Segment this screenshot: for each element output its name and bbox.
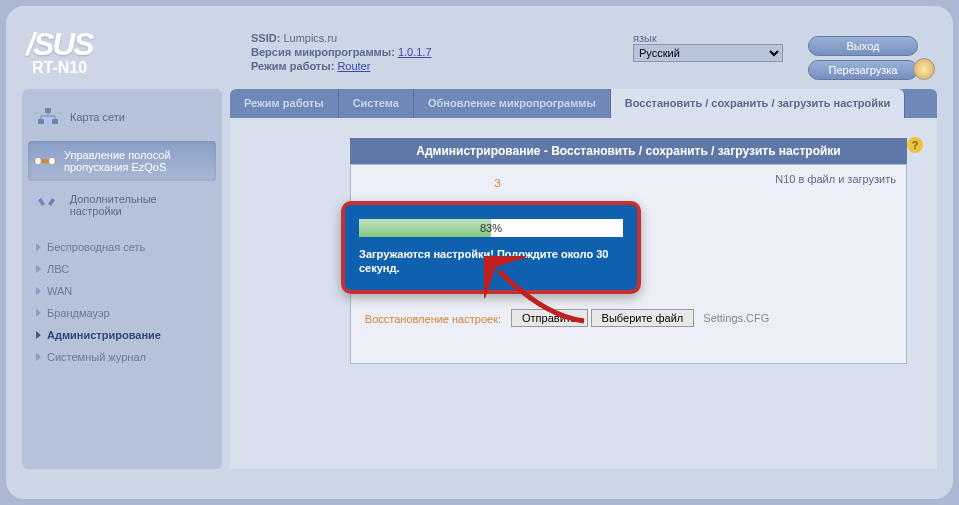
fw-label: Версия микропрограммы: bbox=[251, 46, 395, 58]
logo-area: /SUS RT-N10 bbox=[26, 26, 251, 84]
model-name: RT-N10 bbox=[32, 59, 251, 77]
tab-firmware[interactable]: Обновление микропрограммы bbox=[414, 89, 611, 118]
sidebar: Карта сети Управление полосой пропускани… bbox=[22, 89, 222, 469]
tab-system[interactable]: Система bbox=[339, 89, 414, 118]
sidebar-item-network-map[interactable]: Карта сети bbox=[28, 97, 216, 137]
main-frame: /SUS RT-N10 SSID: Lumpics.ru Версия микр… bbox=[6, 6, 953, 499]
svg-rect-1 bbox=[38, 119, 44, 124]
ssid-value: Lumpics.ru bbox=[283, 32, 337, 44]
svg-rect-0 bbox=[45, 108, 51, 113]
info-area: SSID: Lumpics.ru Версия микропрограммы: … bbox=[251, 26, 933, 84]
sidebar-item-ezqos[interactable]: Управление полосой пропускания EzQoS bbox=[28, 141, 216, 181]
svg-rect-2 bbox=[52, 119, 58, 124]
sidebar-item-advanced[interactable]: Дополнительные настройки bbox=[28, 185, 216, 225]
header: /SUS RT-N10 SSID: Lumpics.ru Версия микр… bbox=[16, 16, 943, 89]
send-button[interactable]: Отправить bbox=[511, 309, 588, 327]
restore-label: Восстановление настроек: bbox=[361, 309, 511, 327]
mascot-icon bbox=[913, 58, 935, 80]
tab-mode[interactable]: Режим работы bbox=[230, 89, 339, 118]
lang-select[interactable]: Русский bbox=[633, 44, 783, 62]
row-label: З bbox=[361, 173, 511, 189]
ssid-label: SSID: bbox=[251, 32, 280, 44]
logo: /SUS bbox=[26, 26, 251, 63]
sidebar-label: Дополнительные настройки bbox=[70, 193, 210, 217]
sidebar-item-wan[interactable]: WAN bbox=[28, 281, 216, 301]
sidebar-item-lan[interactable]: ЛВС bbox=[28, 259, 216, 279]
sidebar-item-firewall[interactable]: Брандмауэр bbox=[28, 303, 216, 323]
sidebar-item-wireless[interactable]: Беспроводная сеть bbox=[28, 237, 216, 257]
choose-file-button[interactable]: Выберите файл bbox=[591, 309, 695, 327]
header-buttons: Выход Перезагрузка bbox=[793, 32, 933, 84]
sidebar-label: Карта сети bbox=[70, 111, 125, 123]
tabs: Режим работы Система Обновление микропро… bbox=[230, 89, 937, 118]
mode-link[interactable]: Router bbox=[337, 60, 370, 72]
svg-point-4 bbox=[35, 158, 41, 164]
sidebar-label: Управление полосой пропускания EzQoS bbox=[64, 149, 210, 173]
svg-point-5 bbox=[49, 158, 55, 164]
fw-link[interactable]: 1.0.1.7 bbox=[398, 46, 432, 58]
panel-title: Администрирование - Восстановить / сохра… bbox=[350, 138, 907, 164]
reboot-button[interactable]: Перезагрузка bbox=[808, 60, 918, 80]
qos-icon bbox=[34, 149, 56, 173]
lang-area: язык Русский bbox=[633, 32, 793, 84]
progress-text: 83% bbox=[359, 219, 623, 237]
file-name: Settings.CFG bbox=[703, 312, 769, 324]
help-icon[interactable]: ? bbox=[907, 137, 923, 153]
sidebar-item-administration[interactable]: Администрирование bbox=[28, 325, 216, 345]
sidebar-item-syslog[interactable]: Системный журнал bbox=[28, 347, 216, 367]
mode-label: Режим работы: bbox=[251, 60, 334, 72]
desc-text: N10 в файл и загрузить bbox=[511, 173, 896, 189]
network-icon bbox=[34, 105, 62, 129]
progress-bar: 83% bbox=[359, 219, 623, 237]
tools-icon bbox=[34, 193, 62, 217]
progress-modal: 83% Загружаются настройки! Подождите око… bbox=[341, 201, 641, 294]
info-left: SSID: Lumpics.ru Версия микропрограммы: … bbox=[251, 32, 633, 84]
logout-button[interactable]: Выход bbox=[808, 36, 918, 56]
modal-message: Загружаются настройки! Подождите около 3… bbox=[359, 247, 623, 276]
lang-label: язык bbox=[633, 32, 793, 44]
tab-settings[interactable]: Восстановить / сохранить / загрузить нас… bbox=[611, 89, 905, 118]
